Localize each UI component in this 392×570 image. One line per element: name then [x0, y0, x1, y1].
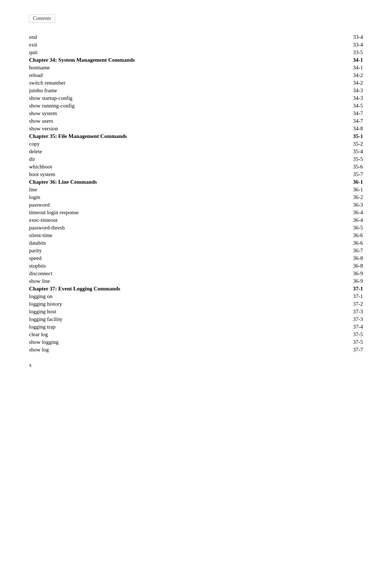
- entry-page: 34-3: [296, 87, 363, 94]
- entry-label: disconnect: [29, 270, 296, 277]
- entry-label: delete: [29, 148, 296, 155]
- entry-label: copy: [29, 140, 296, 148]
- entry-page: 36-9: [296, 277, 363, 285]
- entry-label: show system: [29, 110, 296, 117]
- entry-label: whichboot: [29, 163, 296, 171]
- list-item: speed 36-8: [29, 255, 363, 262]
- list-item: show running-config 34-5: [29, 102, 363, 110]
- entry-label: show logging: [29, 338, 296, 346]
- list-item: logging facility 37-3: [29, 315, 363, 323]
- list-item: login 36-2: [29, 194, 363, 201]
- entry-label: logging facility: [29, 315, 296, 323]
- entry-page: 36-6: [296, 239, 363, 247]
- chapter-heading: Chapter 35: File Management Commands 35-…: [29, 133, 363, 140]
- entry-page: 36-1: [296, 186, 363, 194]
- list-item: line 36-1: [29, 186, 363, 194]
- list-item: clear log 37-5: [29, 331, 363, 338]
- list-item: switch renumber 34-2: [29, 79, 363, 87]
- entry-page: 36-3: [296, 201, 363, 209]
- entry-page: 37-3: [296, 308, 363, 315]
- entry-page: 35-6: [296, 163, 363, 171]
- entry-page: 36-6: [296, 232, 363, 239]
- entry-label: line: [29, 186, 296, 194]
- chapter-label: Chapter 34: System Management Commands: [29, 56, 296, 64]
- entry-page: 34-3: [296, 94, 363, 102]
- list-item: hostname 34-1: [29, 64, 363, 72]
- entry-label: jumbo frame: [29, 87, 296, 94]
- chapter-heading: Chapter 34: System Management Commands 3…: [29, 56, 363, 64]
- entry-label: logging host: [29, 308, 296, 315]
- list-item: quit 33-5: [29, 49, 363, 56]
- entry-page: 33-5: [296, 49, 363, 56]
- chapter-label: Chapter 37: Event Logging Commands: [29, 285, 296, 293]
- entry-label: show line: [29, 277, 296, 285]
- entry-page: 36-8: [296, 262, 363, 270]
- chapter-page: 34-1: [296, 56, 363, 64]
- entry-label: login: [29, 194, 296, 201]
- entry-page: 36-7: [296, 247, 363, 255]
- entry-page: 34-7: [296, 110, 363, 117]
- entry-page: 36-8: [296, 255, 363, 262]
- list-item: show line 36-9: [29, 277, 363, 285]
- chapter-page: 35-1: [296, 133, 363, 140]
- list-item: parity 36-7: [29, 247, 363, 255]
- list-item: logging host 37-3: [29, 308, 363, 315]
- list-item: password 36-3: [29, 201, 363, 209]
- entry-page: 37-5: [296, 338, 363, 346]
- list-item: show logging 37-5: [29, 338, 363, 346]
- entry-page: 35-5: [296, 155, 363, 163]
- entry-label: password-thresh: [29, 224, 296, 232]
- list-item: dir 35-5: [29, 155, 363, 163]
- entry-page: 33-4: [296, 33, 363, 41]
- entry-page: 34-2: [296, 72, 363, 79]
- entry-label: show users: [29, 117, 296, 125]
- list-item: end 33-4: [29, 33, 363, 41]
- entry-label: show running-config: [29, 102, 296, 110]
- list-item: show system 34-7: [29, 110, 363, 117]
- list-item: copy 35-2: [29, 140, 363, 148]
- list-item: jumbo frame 34-3: [29, 87, 363, 94]
- entry-label: exec-timeout: [29, 216, 296, 224]
- entry-page: 35-2: [296, 140, 363, 148]
- chapter-label: Chapter 36: Line Commands: [29, 178, 296, 186]
- list-item: show startup-config 34-3: [29, 94, 363, 102]
- entry-page: 34-2: [296, 79, 363, 87]
- entry-page: 36-4: [296, 209, 363, 216]
- entry-page: 34-1: [296, 64, 363, 72]
- entry-page: 37-2: [296, 300, 363, 308]
- chapter-heading: Chapter 36: Line Commands 36-1: [29, 178, 363, 186]
- list-item: password-thresh 36-5: [29, 224, 363, 232]
- list-item: show users 34-7: [29, 117, 363, 125]
- entry-label: exit: [29, 41, 296, 49]
- page-footer-marker: x: [29, 362, 32, 368]
- entry-label: password: [29, 201, 296, 209]
- entry-page: 37-3: [296, 315, 363, 323]
- entry-page: 33-4: [296, 41, 363, 49]
- entry-label: speed: [29, 255, 296, 262]
- entry-page: 36-9: [296, 270, 363, 277]
- entry-label: show startup-config: [29, 94, 296, 102]
- list-item: stopbits 36-8: [29, 262, 363, 270]
- entry-label: show log: [29, 346, 296, 354]
- entry-label: databits: [29, 239, 296, 247]
- entry-page: 36-2: [296, 194, 363, 201]
- entry-label: dir: [29, 155, 296, 163]
- list-item: logging on 37-1: [29, 293, 363, 300]
- entry-page: 37-7: [296, 346, 363, 354]
- list-item: delete 35-4: [29, 148, 363, 155]
- entry-page: 37-4: [296, 323, 363, 331]
- toc-table: end 33-4 exit 33-4 quit 33-5 Chapter 34:…: [29, 33, 363, 354]
- list-item: timeout login response 36-4: [29, 209, 363, 216]
- entry-label: switch renumber: [29, 79, 296, 87]
- list-item: disconnect 36-9: [29, 270, 363, 277]
- list-item: whichboot 35-6: [29, 163, 363, 171]
- list-item: reload 34-2: [29, 72, 363, 79]
- chapter-page: 37-1: [296, 285, 363, 293]
- entry-label: reload: [29, 72, 296, 79]
- entry-page: 34-8: [296, 125, 363, 133]
- list-item: exec-timeout 36-4: [29, 216, 363, 224]
- entry-label: silent-time: [29, 232, 296, 239]
- list-item: show version 34-8: [29, 125, 363, 133]
- entry-label: logging trap: [29, 323, 296, 331]
- entry-label: quit: [29, 49, 296, 56]
